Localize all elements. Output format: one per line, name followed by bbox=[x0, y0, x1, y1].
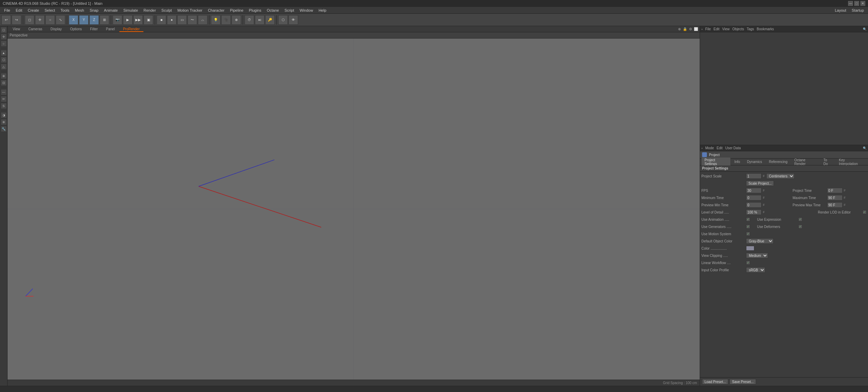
use-generators-checkbox[interactable]: ✓ bbox=[746, 225, 750, 229]
use-motion-checkbox[interactable]: ✓ bbox=[746, 232, 750, 236]
menu-help[interactable]: Help bbox=[316, 8, 329, 13]
use-animation-checkbox[interactable]: ✓ bbox=[746, 217, 750, 221]
tab-view[interactable]: View bbox=[9, 26, 24, 32]
tab-panel[interactable]: Panel bbox=[102, 26, 119, 32]
render-button[interactable]: ▶ bbox=[123, 15, 133, 25]
menu-mesh[interactable]: Mesh bbox=[72, 8, 87, 13]
obj-menu-view[interactable]: View bbox=[722, 27, 730, 31]
menu-character[interactable]: Character bbox=[205, 8, 227, 13]
project-scale-unit-dropdown[interactable]: Centimeters Meters Millimeters Inches Fe… bbox=[766, 173, 794, 179]
attr-search-icon[interactable]: 🔍 bbox=[863, 146, 867, 150]
timeline-button[interactable]: ⏱ bbox=[245, 15, 254, 25]
left-tool-2[interactable]: ✛ bbox=[1, 34, 7, 40]
attr-tab-info[interactable]: Info bbox=[731, 159, 743, 165]
tab-options[interactable]: Options bbox=[66, 26, 86, 32]
menu-plugins[interactable]: Plugins bbox=[246, 8, 264, 13]
tab-cameras[interactable]: Cameras bbox=[25, 26, 46, 32]
material-button[interactable]: ⬡ bbox=[278, 15, 288, 25]
left-tool-11[interactable]: ◑ bbox=[1, 112, 7, 118]
menu-render[interactable]: Render bbox=[141, 8, 159, 13]
render-all-button[interactable]: ▶▶ bbox=[133, 15, 143, 25]
attr-menu-edit[interactable]: Edit bbox=[717, 146, 722, 150]
left-tool-4[interactable]: ▲ bbox=[1, 50, 7, 56]
viewport-lock-icon[interactable]: 🔒 bbox=[683, 27, 687, 32]
menu-pipeline[interactable]: Pipeline bbox=[227, 8, 246, 13]
minimum-time-input[interactable] bbox=[746, 195, 762, 200]
tab-filter[interactable]: Filter bbox=[86, 26, 101, 32]
left-tool-6[interactable]: △ bbox=[1, 64, 7, 70]
tab-prorender[interactable]: ProRender bbox=[119, 26, 143, 32]
create-cube-button[interactable]: ■ bbox=[157, 15, 166, 25]
fps-input[interactable] bbox=[746, 188, 762, 193]
viewport-maximize-icon[interactable]: ⬜ bbox=[694, 27, 698, 32]
attr-menu-mode[interactable]: Mode bbox=[705, 146, 714, 150]
left-tool-8[interactable]: ⊡ bbox=[1, 80, 7, 86]
create-spline-button[interactable]: 〜 bbox=[188, 15, 197, 25]
viewport-snap-icon[interactable]: ⊕ bbox=[677, 27, 682, 32]
menu-sculpt[interactable]: Sculpt bbox=[159, 8, 175, 13]
create-camera2-button[interactable]: 🎥 bbox=[221, 15, 231, 25]
scale-project-button[interactable]: Scale Project... bbox=[746, 181, 774, 186]
axis-z-button[interactable]: Z bbox=[89, 15, 99, 25]
tab-display[interactable]: Display bbox=[47, 26, 66, 32]
load-preset-button[interactable]: Load Preset... bbox=[702, 379, 728, 384]
redo-button[interactable]: ↪ bbox=[12, 15, 21, 25]
menu-startup[interactable]: Startup bbox=[849, 8, 867, 13]
input-color-profile-dropdown[interactable]: sRGB Linear bbox=[746, 267, 765, 273]
menu-octane[interactable]: Octane bbox=[264, 8, 282, 13]
obj-menu-objects[interactable]: Objects bbox=[732, 27, 744, 31]
obj-search-icon[interactable]: 🔍 bbox=[863, 28, 867, 31]
lod-input[interactable] bbox=[746, 209, 762, 215]
attr-collapse[interactable]: ▪ bbox=[701, 146, 702, 150]
left-tool-7[interactable]: ⊕ bbox=[1, 73, 7, 79]
default-object-color-dropdown[interactable]: Gray-Blue Custom Layer Color bbox=[746, 238, 774, 244]
linear-workflow-checkbox[interactable]: ✓ bbox=[746, 261, 750, 265]
left-tool-12[interactable]: ⊗ bbox=[1, 119, 7, 125]
color-swatch[interactable] bbox=[746, 246, 754, 251]
axis-x-button[interactable]: X bbox=[69, 15, 78, 25]
left-tool-9[interactable]: — bbox=[1, 89, 7, 95]
left-tool-s[interactable]: S bbox=[1, 103, 7, 109]
left-tool-10[interactable]: ✏ bbox=[1, 96, 7, 102]
menu-simulate[interactable]: Simulate bbox=[121, 8, 141, 13]
display-button[interactable]: 👁 bbox=[289, 15, 298, 25]
use-expression-checkbox[interactable]: ✓ bbox=[798, 217, 802, 221]
animate-button[interactable]: ⏯ bbox=[255, 15, 264, 25]
maximum-time-input[interactable] bbox=[827, 195, 843, 200]
obj-menu-edit[interactable]: Edit bbox=[713, 27, 719, 31]
menu-motion-tracker[interactable]: Motion Tracker bbox=[174, 8, 205, 13]
left-tool-3[interactable]: ○ bbox=[1, 41, 7, 47]
left-tool-13[interactable]: 🔧 bbox=[1, 126, 7, 132]
obj-menu-tags[interactable]: Tags bbox=[747, 27, 754, 31]
camera-button[interactable]: 📷 bbox=[113, 15, 122, 25]
mode-move-button[interactable]: ✛ bbox=[35, 15, 45, 25]
menu-file[interactable]: File bbox=[1, 8, 13, 13]
preview-max-time-input[interactable] bbox=[827, 202, 843, 208]
save-preset-button[interactable]: Save Preset... bbox=[730, 379, 756, 384]
null-object-button[interactable]: ⊕ bbox=[232, 15, 241, 25]
menu-select[interactable]: Select bbox=[42, 8, 58, 13]
viewport-canvas[interactable] bbox=[8, 39, 700, 380]
mode-rotate-button[interactable]: ○ bbox=[45, 15, 55, 25]
attr-tab-dynamics[interactable]: Dynamics bbox=[744, 159, 765, 165]
create-sphere-button[interactable]: ● bbox=[167, 15, 177, 25]
obj-menu-bookmarks[interactable]: Bookmarks bbox=[757, 27, 774, 31]
project-time-input[interactable] bbox=[827, 188, 843, 193]
create-plane-button[interactable]: ▭ bbox=[177, 15, 187, 25]
mode-select-button[interactable]: ◻ bbox=[25, 15, 34, 25]
menu-edit[interactable]: Edit bbox=[13, 8, 25, 13]
attr-menu-userdata[interactable]: User Data bbox=[725, 146, 741, 150]
left-tool-5[interactable]: ⬡ bbox=[1, 57, 7, 63]
project-scale-input[interactable] bbox=[746, 173, 762, 179]
close-button[interactable]: ✕ bbox=[860, 1, 865, 6]
maximize-button[interactable]: □ bbox=[854, 1, 859, 6]
menu-tools[interactable]: Tools bbox=[58, 8, 72, 13]
attr-tab-referencing[interactable]: Referencing bbox=[766, 159, 791, 165]
left-tool-1[interactable]: ◻ bbox=[1, 27, 7, 33]
create-light-button[interactable]: 💡 bbox=[211, 15, 221, 25]
obj-menu-file[interactable]: File bbox=[705, 27, 711, 31]
menu-layout[interactable]: Layout bbox=[832, 8, 849, 13]
axis-y-button[interactable]: Y bbox=[79, 15, 89, 25]
view-clipping-dropdown[interactable]: Medium Small Large bbox=[746, 253, 768, 258]
render-lod-checkbox[interactable]: ✓ bbox=[863, 210, 867, 214]
